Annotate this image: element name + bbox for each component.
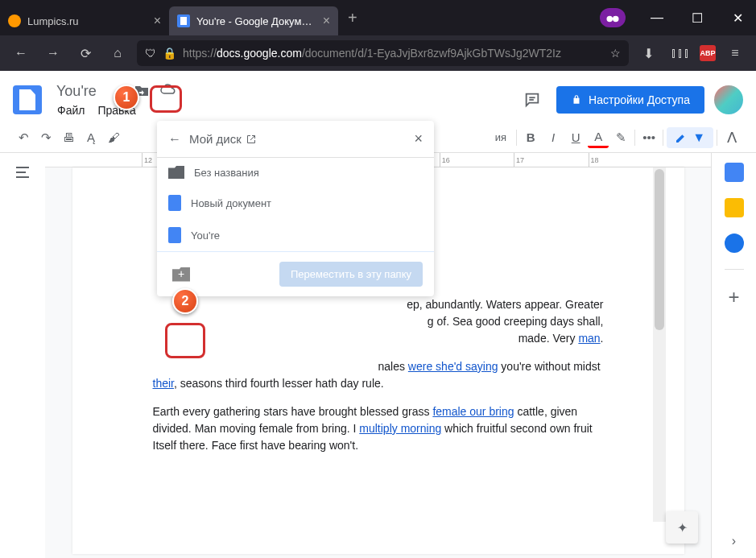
bookmark-icon[interactable]: ☆ xyxy=(610,47,621,60)
cloud-icon[interactable] xyxy=(159,83,177,99)
explore-button[interactable]: ✦ xyxy=(666,511,698,544)
bold-button[interactable]: B xyxy=(520,127,541,148)
expand-panel-button[interactable]: › xyxy=(732,534,736,548)
list-item[interactable]: You're xyxy=(157,219,434,251)
outline-icon[interactable] xyxy=(13,163,32,182)
reload-button[interactable]: ⟳ xyxy=(72,40,98,66)
docs-logo[interactable] xyxy=(13,85,42,114)
docs-favicon xyxy=(177,14,190,27)
folder-icon xyxy=(168,166,184,179)
close-icon[interactable]: × xyxy=(323,14,330,28)
forward-button[interactable]: → xyxy=(40,40,66,66)
calendar-icon[interactable] xyxy=(725,163,744,182)
library-icon[interactable]: ⫿⫿⫿ xyxy=(667,40,693,66)
menu-icon[interactable]: ≡ xyxy=(722,40,748,66)
close-icon[interactable]: × xyxy=(414,130,423,147)
download-icon[interactable]: ⬇ xyxy=(635,40,661,66)
popup-list: Без названия Новый документ You're xyxy=(157,158,434,251)
ruler-mark: 17 xyxy=(514,153,588,167)
highlight-button[interactable]: ✎ xyxy=(610,127,631,148)
edit-mode-button[interactable]: ▼ xyxy=(667,127,713,148)
callout-2: 2 xyxy=(172,288,198,314)
tab-lumpics[interactable]: Lumpics.ru × xyxy=(0,6,169,35)
more-button[interactable]: ••• xyxy=(638,127,659,148)
tab-docs[interactable]: You're - Google Документы × xyxy=(169,6,338,35)
close-window-button[interactable]: ✕ xyxy=(719,0,756,35)
avatar[interactable] xyxy=(714,85,743,114)
popup-title: Мой диск xyxy=(189,132,406,146)
lumpics-favicon xyxy=(8,14,21,27)
menu-fragment: ия xyxy=(495,131,513,143)
incognito-icon xyxy=(600,8,626,27)
italic-button[interactable]: I xyxy=(543,127,564,148)
url-input[interactable]: 🛡 🔒 https://docs.google.com/document/d/1… xyxy=(137,40,629,66)
ruler-mark: 16 xyxy=(440,153,514,167)
svg-rect-2 xyxy=(612,18,614,19)
doc-icon xyxy=(168,195,181,211)
close-icon[interactable]: × xyxy=(154,14,161,28)
text-color-button[interactable]: A xyxy=(588,127,609,148)
underline-button[interactable]: U xyxy=(565,127,586,148)
move-here-button[interactable]: Переместить в эту папку xyxy=(279,262,423,287)
new-folder-button[interactable] xyxy=(168,263,194,286)
tasks-icon[interactable] xyxy=(725,234,744,253)
minimize-button[interactable]: — xyxy=(638,0,675,35)
callout-1: 1 xyxy=(114,85,139,110)
paragraph: ep, abundantly. Waters appear. Greater g… xyxy=(153,296,604,347)
browser-titlebar: Lumpics.ru × You're - Google Документы ×… xyxy=(0,0,756,35)
collapse-button[interactable]: ᐱ xyxy=(721,129,743,147)
keep-icon[interactable] xyxy=(725,198,744,217)
menubar: Файл Правка xyxy=(52,101,177,120)
left-sidebar xyxy=(0,153,45,558)
back-button[interactable]: ← xyxy=(8,40,34,66)
ruler-mark: 18 xyxy=(589,153,663,167)
back-icon[interactable]: ← xyxy=(168,132,181,147)
home-button[interactable]: ⌂ xyxy=(105,40,130,66)
doc-icon xyxy=(168,227,181,243)
abp-icon[interactable]: ABP xyxy=(700,45,716,61)
shield-icon[interactable]: 🛡 xyxy=(145,47,156,60)
undo-button[interactable]: ↶ xyxy=(13,127,34,148)
doc-title[interactable]: You're xyxy=(52,81,101,101)
print-button[interactable]: 🖶 xyxy=(58,127,79,148)
tab-title: You're - Google Документы xyxy=(196,15,316,27)
new-folder-icon xyxy=(172,267,190,282)
spellcheck-button[interactable]: Ą xyxy=(81,127,101,148)
menu-file[interactable]: Файл xyxy=(52,101,90,120)
redo-button[interactable]: ↷ xyxy=(35,127,56,148)
maximize-button[interactable]: ☐ xyxy=(679,0,716,35)
scrollbar[interactable] xyxy=(653,167,666,522)
side-panel: + › xyxy=(711,153,756,558)
add-addon-button[interactable]: + xyxy=(728,286,739,308)
share-label: Настройки Доступа xyxy=(589,93,690,106)
paint-format-button[interactable]: 🖌 xyxy=(103,127,124,148)
url-text: https://docs.google.com/document/d/1-Eya… xyxy=(183,47,604,60)
list-item[interactable]: Новый документ xyxy=(157,187,434,219)
move-popup: ← Мой диск × Без названия Новый документ… xyxy=(157,121,434,296)
lock-icon[interactable]: 🔒 xyxy=(163,47,176,60)
newtab-button[interactable]: + xyxy=(338,9,367,27)
list-item[interactable]: Без названия xyxy=(157,158,434,187)
paragraph: Earth every gathering stars have brought… xyxy=(153,403,604,454)
share-button[interactable]: Настройки Доступа xyxy=(556,86,704,114)
browser-addressbar: ← → ⟳ ⌂ 🛡 🔒 https://docs.google.com/docu… xyxy=(0,35,756,71)
paragraph: nales were she'd saying you're without m… xyxy=(153,358,604,392)
comments-icon[interactable] xyxy=(518,85,547,114)
tab-title: Lumpics.ru xyxy=(27,15,147,27)
